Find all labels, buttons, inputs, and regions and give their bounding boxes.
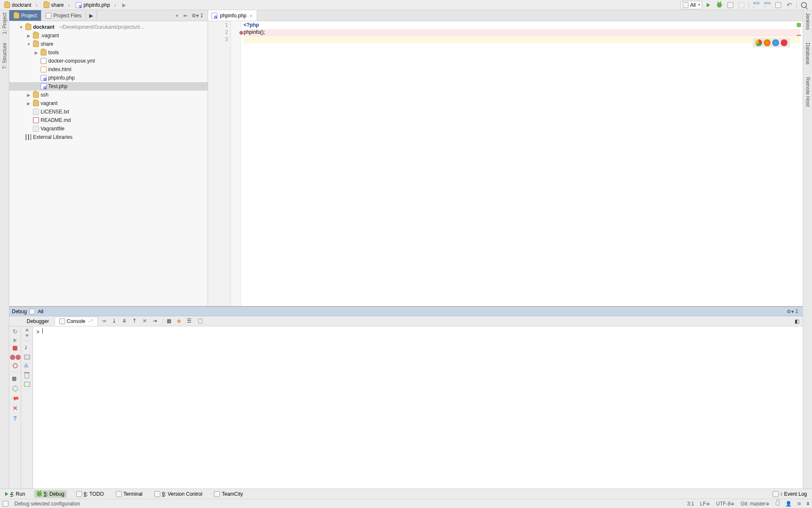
firefox-icon[interactable] [764,39,771,46]
tree-node[interactable]: ▶ tools [9,48,208,57]
tree-twisty[interactable]: ▼ [26,42,31,47]
view-breakpoints-icon[interactable]: ☰ [187,318,194,325]
file-encoding[interactable]: UTF-8≑ [716,501,735,507]
settings-icon[interactable]: ⚙▾ [192,13,197,18]
mute-bp-icon[interactable]: 📋 [197,318,204,325]
tree-node[interactable]: index.html [9,65,208,74]
warning-marker[interactable] [797,35,801,36]
teamcity-tool[interactable]: TeamCity [211,490,245,498]
tree-node[interactable]: README.md [9,116,208,124]
tree-node[interactable]: Vagrantfile [9,124,208,133]
run-button[interactable] [704,0,713,10]
breadcrumb-more[interactable]: ▶ [120,0,129,10]
evaluate-icon[interactable]: ▦ [167,318,173,325]
scroll-down-icon[interactable] [25,334,29,337]
git-branch[interactable]: Git: master≑ [741,501,770,507]
safari-icon[interactable] [772,39,779,46]
run-tool[interactable]: 4: Run [3,490,27,498]
hide-icon[interactable]: ↧ [200,13,205,18]
run-config-selector[interactable]: All [680,1,702,9]
project-tab[interactable]: Project [9,10,41,21]
tree-node[interactable]: ▶ vagrant [9,99,208,108]
opera-icon[interactable] [781,39,787,46]
breadcrumb-item[interactable]: phpinfo.php [73,0,119,10]
caret-position[interactable]: 3:1 [687,501,694,507]
project-tab-more[interactable]: ▶ [86,10,97,21]
undo-button[interactable]: ↶ [785,0,794,10]
tree-twisty[interactable]: ▶ [26,93,31,97]
breadcrumb[interactable]: dockrantsharephpinfo.php▶ [2,0,680,10]
code-line[interactable]: <?php [244,22,800,29]
vcs-update-button[interactable]: VCS↓ [752,0,761,10]
chrome-icon[interactable] [755,39,762,46]
todo-tool[interactable]: 6: TODO [74,490,107,498]
bg-tasks-icon[interactable]: ⧗ [807,501,809,506]
scroll-to-end-icon[interactable] [24,355,30,359]
rerun-icon[interactable]: ↻ [13,328,18,335]
vcs-tool[interactable]: 9: Version Control [152,490,205,498]
tree-twisty[interactable]: ▶ [26,33,31,38]
editor-body[interactable]: 123 <?phpphpinfo(); [208,21,803,306]
print-icon[interactable]: 🖶 [24,363,30,370]
readonly-lock-icon[interactable] [776,502,779,505]
resume-icon[interactable] [14,338,17,342]
tree-node[interactable]: phpinfo.php [9,74,208,82]
search-everywhere-button[interactable] [799,0,809,10]
database-tool-button[interactable]: Database [805,43,811,64]
jenkins-tool-button[interactable]: Jenkins [805,13,811,30]
mute-bps-icon[interactable] [13,363,18,368]
debug-header[interactable]: Debug All ⚙▾ ↧ [9,307,803,316]
console-tab[interactable]: Console →* [55,317,98,326]
debug-console[interactable]: > [33,326,803,489]
debug-tool[interactable]: 5: Debug [34,490,67,498]
scroll-from-source-icon[interactable]: ⌖ [176,13,181,18]
debugger-tab[interactable]: Debugger [22,317,54,326]
view-bps-icon[interactable]: ⬤⬤ [10,354,21,360]
step-over-icon[interactable]: ⤼ [102,318,109,325]
close-icon[interactable]: ✕ [13,405,18,411]
tree-twisty[interactable]: ▶ [26,101,31,106]
inspector-icon[interactable]: 👤 [785,501,792,507]
force-step-into-icon[interactable]: ⤋ [122,318,129,325]
close-tab-icon[interactable]: × [249,13,253,18]
project-tool-button[interactable]: 1: Project [2,13,8,34]
memory-icon[interactable]: ⧉ [798,501,801,506]
tree-node[interactable]: ▼ dockrant ~/Development/Gurukami/projec… [9,23,208,31]
breadcrumb-item[interactable]: share [41,0,74,10]
tree-node[interactable]: ▼ share [9,40,208,48]
scroll-up-icon[interactable] [25,328,29,331]
gutter-line[interactable]: 1 [208,22,230,29]
layout-icon[interactable]: ▦ [12,375,19,382]
tree-node[interactable]: ▶ ssh [9,91,208,99]
gutter-line[interactable]: 3 [208,36,230,44]
stop-icon[interactable] [13,346,17,351]
editor-tab-phpinfo[interactable]: phpinfo.php × [208,10,257,21]
tree-node[interactable]: LICENSE.txt [9,108,208,116]
tree-node[interactable]: Test.php [9,82,208,91]
event-log-button[interactable]: 2 Event Log [770,490,809,498]
step-into-icon[interactable]: ⤓ [112,318,119,325]
console-toggle-icon[interactable] [24,382,30,387]
remote-host-tool-button[interactable]: Remote Host [805,77,811,107]
collapse-all-icon[interactable]: ⇤ [184,13,189,18]
help-icon[interactable]: ? [13,415,17,422]
coverage-button[interactable] [726,0,735,10]
project-tree[interactable]: ▼ dockrant ~/Development/Gurukami/projec… [9,21,208,306]
tree-node[interactable]: docker-compose.yml [9,57,208,65]
pin-icon[interactable]: 📌 [11,394,20,403]
debug-button[interactable] [715,0,724,10]
line-separator[interactable]: LF≑ [700,501,710,507]
run-to-cursor-icon[interactable]: ⇥ [153,318,159,325]
toggle-bp-icon[interactable]: ◉ [177,318,184,325]
debug-settings-icon[interactable]: ⚙▾ [787,309,792,314]
tree-twisty[interactable]: ▶ [34,50,39,55]
tree-node[interactable]: External Libraries [9,133,208,141]
tool-windows-toggle-icon[interactable] [3,501,8,507]
drop-frame-icon[interactable]: ⤯ [143,318,149,325]
debug-hide-icon[interactable]: ↧ [795,309,800,314]
clear-icon[interactable] [25,373,29,378]
soft-wrap-icon[interactable]: ⤸ [24,345,30,351]
step-out-icon[interactable]: ⤒ [132,318,139,325]
breadcrumb-item[interactable]: dockrant [2,0,41,10]
stop-process-button[interactable] [737,0,746,10]
